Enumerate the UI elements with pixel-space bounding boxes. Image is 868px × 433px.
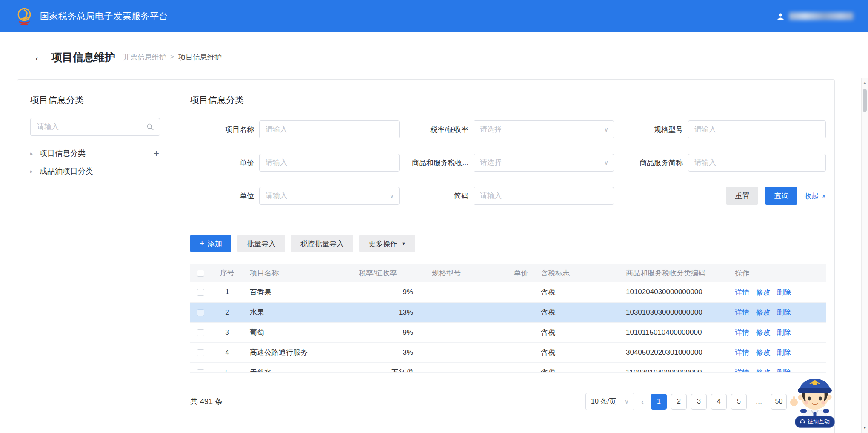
page-button-4[interactable]: 4 <box>711 394 727 410</box>
page-button-5[interactable]: 5 <box>731 394 747 410</box>
chevron-down-icon: ∨ <box>625 398 629 405</box>
search-button[interactable]: 查询 <box>765 187 797 205</box>
page-title: 项目信息维护 <box>51 50 115 64</box>
scrollbar-thumb[interactable] <box>863 89 867 112</box>
form-buttons: 重置 查询 收起 ∧ <box>619 187 826 205</box>
mascot-badge[interactable]: 征纳互动 <box>795 416 835 428</box>
delete-link[interactable]: 删除 <box>777 348 791 356</box>
breadcrumb-current: 项目信息维护 <box>178 52 222 62</box>
short-name-input[interactable] <box>688 154 826 172</box>
cell-code: 1010204030000000000 <box>620 282 728 302</box>
field-label-tax-class: 商品和服务税收... <box>405 158 468 168</box>
edit-link[interactable]: 修改 <box>756 328 771 336</box>
row-checkbox[interactable] <box>197 349 204 356</box>
tree-expand-icon[interactable]: ▸ <box>30 168 40 175</box>
row-checkbox[interactable] <box>197 369 204 373</box>
edit-link[interactable]: 修改 <box>756 308 771 316</box>
detail-link[interactable]: 详情 <box>735 368 750 373</box>
tax-batch-import-button[interactable]: 税控批量导入 <box>291 235 353 252</box>
batch-import-button[interactable]: 批量导入 <box>237 235 285 252</box>
page-size-select[interactable]: 10 条/页 ∨ <box>585 393 634 410</box>
row-checkbox[interactable] <box>197 309 204 316</box>
short-code-input-field[interactable] <box>479 191 608 201</box>
cell-flag: 含税 <box>535 302 620 322</box>
vertical-scrollbar[interactable]: ▲ ▼ <box>861 78 868 433</box>
unit-select[interactable]: ∨ <box>259 187 400 205</box>
breadcrumb-parent[interactable]: 开票信息维护 <box>123 52 166 62</box>
delete-link[interactable]: 删除 <box>777 288 791 296</box>
cell-flag: 含税 <box>535 282 620 302</box>
edit-link[interactable]: 修改 <box>756 348 771 356</box>
reset-button[interactable]: 重置 <box>726 187 758 205</box>
table-row: 2 水果 13% 含税 1030103030000000000 详情修改删除 <box>190 302 826 322</box>
detail-link[interactable]: 详情 <box>735 348 750 356</box>
assistant-mascot[interactable]: 征纳互动 <box>786 367 843 428</box>
tax-class-select[interactable]: ∨ <box>474 154 614 172</box>
cell-spec <box>426 282 494 302</box>
field-label-unit: 单位 <box>190 191 254 201</box>
spec-model-input-field[interactable] <box>694 125 820 134</box>
prev-page-icon[interactable]: ‹ <box>639 396 647 407</box>
delete-link[interactable]: 删除 <box>777 308 791 316</box>
detail-link[interactable]: 详情 <box>735 328 750 336</box>
delete-link[interactable]: 删除 <box>777 328 791 336</box>
row-checkbox[interactable] <box>197 289 204 296</box>
table-row: 4 高速公路通行服务 3% 含税 3040502020301000000 详情修… <box>190 342 826 362</box>
items-table: 序号 项目名称 税率/征收率 规格型号 单价 含税标志 商品和服务税收分类编码 … <box>190 264 826 373</box>
cell-code: 1100301040000000000 <box>620 362 728 373</box>
tax-rate-select-field[interactable] <box>479 125 601 134</box>
collapse-link[interactable]: 收起 ∧ <box>804 191 826 201</box>
unit-select-field[interactable] <box>265 191 386 201</box>
cell-spec <box>426 322 494 342</box>
select-all-checkbox[interactable] <box>197 270 204 277</box>
back-arrow-icon[interactable]: ← <box>33 52 45 63</box>
detail-link[interactable]: 详情 <box>735 308 750 316</box>
cell-seq: 3 <box>211 322 244 342</box>
edit-link[interactable]: 修改 <box>756 368 771 373</box>
field-label-spec-model: 规格型号 <box>619 125 683 135</box>
user-name-redacted[interactable] <box>789 12 854 20</box>
user-icon[interactable] <box>776 12 785 21</box>
more-actions-button[interactable]: 更多操作 ▼ <box>359 235 415 252</box>
project-name-input-field[interactable] <box>265 125 394 134</box>
col-header-code: 商品和服务税收分类编码 <box>620 264 728 282</box>
page-button-2[interactable]: 2 <box>671 394 687 410</box>
sidebar-search-input[interactable] <box>36 122 146 132</box>
edit-link[interactable]: 修改 <box>756 288 771 296</box>
cell-name: 葡萄 <box>244 322 353 342</box>
tax-rate-select[interactable]: ∨ <box>474 120 614 138</box>
tree-item-oil-category[interactable]: ▸ 成品油项目分类 <box>30 162 160 180</box>
collapse-label: 收起 <box>804 191 819 201</box>
tax-class-select-field[interactable] <box>479 158 601 167</box>
col-header-seq: 序号 <box>211 264 244 282</box>
table-row: 3 葡萄 9% 含税 1010115010400000000 详情修改删除 <box>190 322 826 342</box>
table-footer: 共 491 条 10 条/页 ∨ ‹ 1 2 3 4 5 … 50 <box>190 393 826 410</box>
total-count: 共 491 条 <box>190 396 223 407</box>
page-button-3[interactable]: 3 <box>691 394 707 410</box>
short-code-input[interactable] <box>474 187 614 205</box>
add-button[interactable]: + 添加 <box>190 235 231 252</box>
row-checkbox[interactable] <box>197 329 204 336</box>
page-ellipsis[interactable]: … <box>751 394 767 410</box>
scroll-up-icon[interactable]: ▲ <box>862 81 868 85</box>
unit-price-input[interactable] <box>259 154 400 172</box>
page-button-50[interactable]: 50 <box>771 394 787 410</box>
cell-code: 1030103030000000000 <box>620 302 728 322</box>
page-button-1[interactable]: 1 <box>651 394 667 410</box>
scroll-down-icon[interactable]: ▼ <box>862 426 868 430</box>
short-name-input-field[interactable] <box>694 158 820 167</box>
search-icon <box>146 123 154 131</box>
mascot-officer-icon <box>789 367 840 423</box>
detail-link[interactable]: 详情 <box>735 288 750 296</box>
tree-item-project-category[interactable]: ▸ 项目信息分类 + <box>30 144 160 162</box>
chevron-down-icon: ∨ <box>390 192 394 199</box>
tree-expand-icon[interactable]: ▸ <box>30 150 40 157</box>
field-label-short-code: 简码 <box>405 191 468 201</box>
unit-price-input-field[interactable] <box>265 158 394 167</box>
col-header-ops: 操作 <box>728 264 826 282</box>
add-category-icon[interactable]: + <box>154 149 160 158</box>
spec-model-input[interactable] <box>688 120 826 138</box>
chevron-up-icon: ∧ <box>822 193 826 199</box>
cell-rate: 9% <box>353 282 426 302</box>
project-name-input[interactable] <box>259 120 400 138</box>
